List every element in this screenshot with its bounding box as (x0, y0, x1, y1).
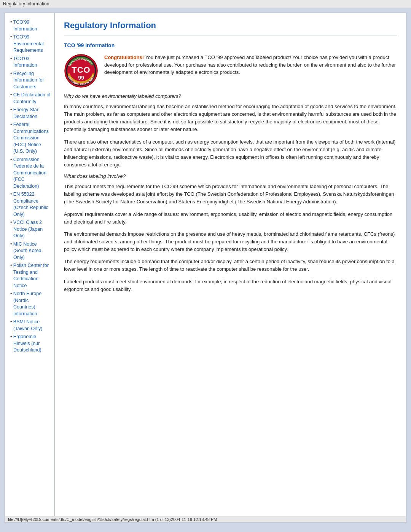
sidebar-item-mic-notice[interactable]: MIC Notice (South Korea Only) (10, 241, 51, 261)
sidebar-item-en55022[interactable]: EN 55022 Compliance (Czech Republic Only… (10, 191, 51, 218)
main-content: Regulatory Information TCO '99 Informati… (55, 13, 406, 516)
intro-bold: Congratulations! (104, 54, 144, 60)
sidebar: TCO'99 InformationTCO'99 Environmental R… (5, 13, 54, 516)
sidebar-item-tco99-env[interactable]: TCO'99 Environmental Requirements (10, 34, 51, 54)
sidebar-item-polish-center[interactable]: Polish Center for Testing and Certificat… (10, 262, 51, 289)
sidebar-item-tco03-info[interactable]: TCO'03 Information (10, 56, 51, 69)
sidebar-item-north-europe[interactable]: North Europe (Nordic Countries) Informat… (10, 291, 51, 317)
content-area: TCO'99 InformationTCO'99 Environmental R… (5, 13, 406, 516)
intro-text: You have just purchased a TCO '99 approv… (104, 54, 396, 75)
svg-text:99: 99 (78, 75, 84, 81)
page-title: Regulatory Information (64, 21, 397, 30)
status-bar: file:///D|/My%20Documents/dfu/C_model/en… (5, 516, 406, 522)
para5: The environmental demands impose restric… (64, 230, 397, 253)
sidebar-item-energy-star[interactable]: Energy Star Declaration (10, 107, 51, 120)
sidebar-item-bsmi[interactable]: BSMI Notice (Taiwan Only) (10, 319, 51, 332)
para4: Approval requirements cover a wide range… (64, 211, 397, 226)
para6: The energy requirements include a demand… (64, 258, 397, 273)
sidebar-item-recycling[interactable]: Recycling Information for Customers (10, 70, 51, 91)
heading1: Why do we have environmentally labeled c… (64, 93, 397, 99)
sidebar-item-fcc-notice[interactable]: Federal Communications Commission (FCC) … (10, 121, 51, 155)
sidebar-item-fcc-declaration[interactable]: Commission Federale de la Communication … (10, 157, 51, 190)
para1: In many countries, environmental labelin… (64, 103, 397, 134)
horizontal-divider (64, 35, 397, 35)
para2: There are also other characteristics of … (64, 138, 397, 169)
svg-text:TCO: TCO (72, 65, 90, 75)
sidebar-nav: TCO'99 InformationTCO'99 Environmental R… (10, 19, 51, 354)
status-bar-text: file:///D|/My%20Documents/dfu/C_model/en… (8, 517, 217, 522)
heading2: What does labeling involve? (64, 173, 397, 179)
para3: This product meets the requirements for … (64, 183, 397, 206)
tco-logo: TCO 99 ECOLOGY ENERGY EMISSIONS ERGONOMI… (64, 54, 98, 88)
title-bar: Regulatory Information (0, 0, 411, 8)
sidebar-item-ce-declaration[interactable]: CE Declaration of Conformity (10, 92, 51, 105)
main-wrapper: TCO'99 InformationTCO'99 Environmental R… (5, 13, 406, 523)
sidebar-item-tco99-info[interactable]: TCO'99 Information (10, 19, 51, 32)
sidebar-item-ergonomie[interactable]: Ergonomie Hinweis (nur Deutschland) (10, 334, 51, 354)
tco-intro-text: Congratulations! You have just purchased… (104, 54, 397, 76)
tco-intro: TCO 99 ECOLOGY ENERGY EMISSIONS ERGONOMI… (64, 54, 397, 88)
section-title: TCO '99 Information (64, 42, 397, 48)
sidebar-item-vcci[interactable]: VCCI Class 2 Notice (Japan Only) (10, 219, 51, 240)
title-bar-text: Regulatory Information (3, 1, 49, 6)
para7: Labeled products must meet strict enviro… (64, 278, 397, 293)
